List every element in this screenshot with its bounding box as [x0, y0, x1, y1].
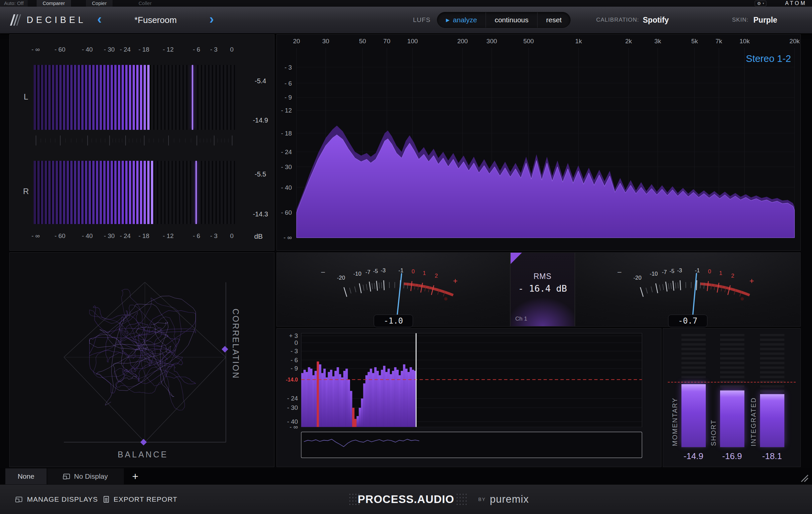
add-display-button[interactable]: + [127, 468, 143, 484]
meter-scale-label: - 18 [139, 232, 149, 240]
preset-next-button[interactable]: › [209, 12, 214, 28]
history-bar [396, 370, 399, 427]
vu-tick-minor [668, 283, 669, 289]
vu-minus-sign: − [617, 268, 622, 277]
brand-name: DECIBEL [27, 15, 86, 25]
history-bar [352, 408, 354, 427]
resize-grip[interactable] [799, 473, 809, 482]
spectrum-freq-label: 2k [625, 38, 632, 44]
history-bar [368, 372, 370, 427]
vu-scale-label: 0 [708, 268, 711, 275]
loudness-history-plot: + 30- 3- 6- 9-14.0- 24- 30- 40- ∞ [277, 329, 661, 467]
reset-button[interactable]: reset [537, 12, 571, 28]
meter-scale-label: - 24 [120, 46, 131, 53]
short-value: -16.9 [716, 451, 749, 461]
vu-scale-label: -20 [634, 275, 641, 281]
history-scale-label: - ∞ [289, 423, 298, 430]
tab-copier[interactable]: Copier [86, 0, 113, 7]
meter-scale-label: - 6 [193, 232, 200, 240]
correlation-strip-frame [301, 432, 642, 458]
gear-icon: ⚙ [757, 1, 761, 6]
channel-right-label: R [21, 187, 31, 196]
history-bar [301, 373, 303, 427]
meter-tick [119, 139, 119, 143]
rms-title: RMS [511, 272, 575, 281]
display-tab-no-display[interactable]: No Display [47, 468, 124, 484]
history-bar [394, 367, 396, 427]
display-tab-none[interactable]: None [5, 468, 47, 484]
vu-tick [666, 282, 667, 291]
vu-minus-sign: − [321, 268, 325, 277]
vu-tick [384, 280, 384, 290]
spectrum-freq-label: 5k [691, 38, 698, 44]
history-bar [372, 373, 374, 427]
tab-comparer[interactable]: Comparer [37, 0, 71, 7]
spectrum-freq-label: 200 [457, 38, 468, 44]
preset-navigator: ‹ *Fuseroom › [97, 7, 214, 33]
history-scale-label: 0 [294, 339, 298, 346]
meter-tick [133, 139, 133, 143]
meter-tick [149, 139, 149, 143]
meter-tick [174, 139, 174, 143]
display-icon [63, 474, 70, 479]
tab-coller[interactable]: Coller [133, 0, 157, 7]
settings-button[interactable]: ⚙ ▾ [755, 1, 766, 6]
level-meter-right [34, 161, 236, 224]
vu-clip-led [444, 297, 447, 301]
vu-tick-minor [349, 288, 351, 293]
channel-selector[interactable]: Stereo 1-2 [746, 53, 791, 64]
vu-tick [707, 281, 708, 291]
meter-tick [200, 139, 200, 143]
goniometer-grid-line [145, 282, 226, 357]
meter-scale-top: - ∞- 60- 40- 30- 24- 18- 12- 6- 30 [10, 46, 274, 53]
history-bar [339, 374, 341, 427]
loudness-target-line [668, 382, 796, 383]
vu-tick [656, 283, 658, 293]
meter-tick [122, 139, 122, 143]
goniometer-panel: CORRELATION BALANCE [9, 252, 274, 467]
spectrum-db-label: - 3 [284, 64, 292, 71]
by-label: BY [478, 497, 486, 502]
meter-tick [191, 139, 191, 143]
meter-tick [96, 139, 96, 143]
meter-tick [221, 139, 222, 143]
meter-tick [40, 139, 41, 143]
skin-value[interactable]: Purple [753, 16, 777, 25]
spectrum-analyzer-panel: 203050701002003005001k2k3k5k7k10k20k- 3-… [277, 34, 801, 251]
meter-tick [158, 139, 159, 143]
history-bar [412, 370, 414, 427]
dots-decoration [456, 493, 468, 507]
calibration-value[interactable]: Spotify [643, 16, 669, 25]
loudness-bars-panel: MOMENTARY -14.9 SHORT -16.9 INTEGRATED -… [663, 328, 801, 467]
vu-tick [344, 287, 347, 297]
play-icon: ▶ [446, 17, 450, 23]
spectrum-db-label: - 9 [284, 94, 292, 101]
meter-tick [105, 139, 105, 143]
history-bar [319, 364, 321, 427]
auto-mode-label[interactable]: Auto: Off [0, 0, 28, 7]
export-report-button[interactable]: EXPORT REPORT [104, 485, 177, 514]
meter-tick [137, 139, 137, 143]
manage-displays-label: MANAGE DISPLAYS [27, 495, 98, 503]
vu-scale-label: -3 [677, 267, 682, 274]
meter-tick [232, 135, 232, 146]
preset-prev-button[interactable]: ‹ [97, 12, 102, 28]
history-scale-label: - 9 [290, 365, 298, 372]
corner-fold-icon [511, 253, 522, 264]
history-bar [405, 368, 408, 427]
continuous-button[interactable]: continuous [486, 12, 537, 28]
manage-displays-button[interactable]: MANAGE DISPLAYS [16, 485, 98, 514]
right-rms-value: -14.3 [242, 210, 279, 218]
analyze-button[interactable]: ▶analyze [437, 12, 486, 28]
vu-scale-label: -5 [669, 268, 674, 274]
history-bar [350, 391, 352, 427]
vu-scale-label: -1 [398, 267, 403, 274]
vu-tick [359, 283, 361, 293]
vu-tick [431, 285, 434, 295]
meter-tick [197, 135, 197, 146]
vu-scale-label: 1 [719, 270, 722, 276]
history-scale-label: - 3 [290, 347, 298, 355]
spectrum-curve [296, 135, 794, 238]
preset-name[interactable]: *Fuseroom [134, 15, 176, 25]
meter-tick [168, 135, 169, 146]
